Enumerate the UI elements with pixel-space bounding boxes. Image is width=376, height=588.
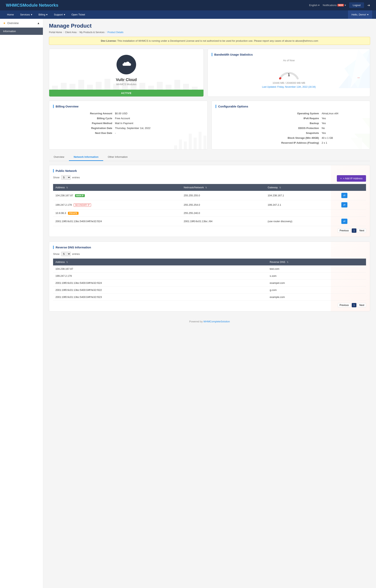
action-button[interactable]: ⇄ [341,202,347,208]
nav-item-home[interactable]: Home [4,10,17,19]
billing-card: Billing Overview Recurring Amount $0.00 … [49,101,208,149]
breadcrumb-my-products[interactable]: My Products & Services [79,31,104,34]
billing-cycle-label: Billing Cycle [54,116,115,121]
show-label: Show [53,176,60,179]
table-body: 104.238.167.87 MAIN IP 255.255.255.0 104… [53,191,366,226]
pagination-page-1[interactable]: 1 [352,228,357,233]
nav-item-services[interactable]: Services ▾ [17,10,35,19]
sidebar-item-overview[interactable]: ★ Overview ▲ [0,19,43,28]
sort-icon: ⇅ [279,186,281,189]
svg-rect-12 [157,82,163,90]
bw-used: 10446 MB [273,81,284,84]
breadcrumb-client-area[interactable]: Client Area [65,31,76,34]
rdns-cell-address: 2001:19f0:6c01:13bc:5400:04ff:fe32:f323 [53,294,267,301]
chevron-up-icon: ▲ [37,21,40,25]
rdns-pagination-page-1[interactable]: 1 [352,303,357,307]
table-header-row: Address ⇅ Netmask/Network ⇅ Gateway ⇅ [53,184,366,191]
cell-action: ⇄ [339,217,366,226]
table-row: 2001:19f0:6c01:13bc:5400:04ff:fe32:f324 … [53,280,366,287]
add-ip-label: + Add IP Address [343,177,363,180]
config-ddos-value: No [322,126,366,130]
billing-reg-date-label: Registration Date [54,126,115,130]
billing-payment-value: Mail In Payment [115,121,203,126]
billing-row-payment: Payment Method Mail In Payment [54,121,203,126]
col-action [339,184,366,191]
public-network-title: Public Network [53,169,366,172]
network-icon: ⇄ [343,194,345,197]
user-menu-button[interactable]: Hello, Demo! ▾ [348,10,372,19]
rdns-cell-value: test.com [267,265,366,273]
cell-action [339,210,366,217]
tab-overview[interactable]: Overview [49,153,69,161]
language-selector[interactable]: English ▾ [309,4,320,7]
billing-row-recurring: Recurring Amount $0.00 USD [54,111,203,116]
breadcrumb-portal-home[interactable]: Portal Home [49,31,62,34]
breadcrumb-sep-1: / [63,31,64,34]
configurable-card: Configurable Options Operating System Al… [212,101,370,149]
nav-item-billing[interactable]: Billing ▾ [35,10,51,19]
breadcrumb: Portal Home / Client Area / My Products … [49,31,370,34]
logout-button[interactable]: Logout [349,2,364,8]
svg-rect-9 [131,78,137,90]
config-row-ipv6: IPv6 Require Yes [216,116,366,121]
rdns-cell-address: 199.247.2.179 [53,273,267,280]
rdns-body: 104.238.167.87 test.com 199.247.2.179 s.… [53,265,366,301]
content-wrapper: ★ Overview ▲ Information Manage Product … [0,19,376,588]
rdns-pagination-next[interactable]: Next [358,303,366,307]
nav-item-open-ticket[interactable]: Open Ticket [68,10,88,19]
cell-gateway: 199.247.2.1 [265,200,339,210]
config-os-label: Operating System [216,111,321,116]
rdns-cell-value: g.com [267,287,366,294]
billing-next-due-label: Next Due Date [54,131,115,135]
breadcrumb-sep-3: / [106,31,106,34]
pagination-previous[interactable]: Previous [338,228,351,233]
billing-cycle-value: Free Account [115,116,203,121]
svg-rect-1 [61,83,67,90]
powered-by-link[interactable]: WHMCompleteSolution [204,320,230,323]
rdns-col-rdns: Reverse DNS ⇅ [267,259,366,265]
svg-rect-11 [148,86,154,90]
svg-rect-5 [96,82,102,90]
main-content: Manage Product Portal Home / Client Area… [43,19,376,588]
tab-other-information[interactable]: Other Information [103,153,132,161]
notifications-button[interactable]: Notifications NEW ▾ [323,4,346,7]
add-ip-button[interactable]: + + Add IP Address [337,175,366,182]
rdns-header-row: Address ⇅ Reverse DNS ⇅ [53,259,366,265]
nav-open-ticket-label: Open Ticket [72,13,85,16]
config-block-label: Block Storage (Min 40GB) [216,136,321,140]
public-network-panel: Public Network Show 5 10 25 entries + + … [49,165,370,237]
rdns-entries-select[interactable]: 5 10 25 [61,252,71,256]
top-header: WHMCSModule Networks English ▾ Notificat… [0,0,376,10]
billing-row-next-due: Next Due Date - [54,131,203,135]
powered-by-text: Powered by [189,320,203,323]
pagination-next[interactable]: Next [358,228,366,233]
cloud-icon [120,59,132,71]
sidebar-info-label: Information [3,30,16,33]
exit-icon[interactable]: ➜ [367,3,370,7]
col-address: Address ⇅ [53,184,181,191]
entries-select[interactable]: 5 10 25 [61,175,71,180]
bw-sep: / [285,81,286,84]
show-entries: Show 5 10 25 entries [53,252,366,256]
billing-title: Billing Overview [53,105,204,108]
action-button[interactable]: ⇄ [341,193,347,198]
action-button[interactable]: ⇄ [341,219,347,224]
svg-rect-16 [192,87,198,90]
gauge-svg [277,64,301,79]
rdns-cell-value: exampel.com [267,280,366,287]
sidebar-item-information[interactable]: Information [0,28,43,35]
rdns-pagination-previous[interactable]: Previous [338,303,351,307]
product-card: Vultr Cloud WHMCS Modules ACTIVE [49,49,204,97]
config-reserved-ip-label: Reserved IP Address (Floating) [216,141,321,145]
billing-reg-date-value: Thursday, September 1st, 2022 [115,126,203,130]
nav-item-support[interactable]: Support ▾ [51,10,68,19]
bw-as-of: As of Now [212,59,366,62]
config-ipv6-label: IPv6 Require [216,116,321,121]
config-row-os: Operating System AlmaLinux x64 [216,111,366,116]
tab-network-information[interactable]: Network Information [69,153,103,161]
top-cards-row: Vultr Cloud WHMCS Modules ACTIVE Bandwid… [49,49,370,97]
billing-row-cycle: Billing Cycle Free Account [54,116,203,121]
show-label: Show [53,252,60,255]
svg-rect-21 [179,140,182,149]
cell-gateway: (use router discovery) [265,217,339,226]
